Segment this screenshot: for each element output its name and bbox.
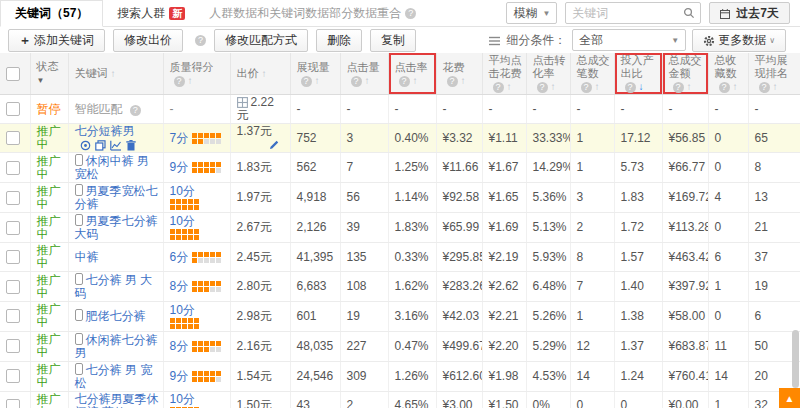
metric-cell: 48,035 [290,331,340,361]
select-all-checkbox[interactable] [6,67,20,81]
info-icon[interactable]: ? [673,82,684,93]
column-header-12[interactable]: 总成交金额 ? ↑ [662,53,708,95]
info-icon[interactable]: ? [174,76,185,87]
sort-up-icon[interactable]: ↑ [773,81,778,92]
table-row[interactable]: 推广中七分裤男夏季休闲裤 薄款10分1.50元4324.65%¥3.00¥1.5… [0,391,800,408]
keyword-link[interactable]: 男夏季宽松七分裤 [75,184,158,211]
info-icon[interactable]: ? [130,105,141,116]
sort-up-icon[interactable]: ↑ [461,75,466,86]
column-header-9[interactable]: 点击转化率 ? ↑ [526,53,570,95]
column-header-11[interactable]: 投入产出比 ? ↓ [614,53,662,95]
row-checkbox[interactable] [6,369,20,383]
sort-up-icon[interactable]: ↑ [262,68,267,79]
keyword-link[interactable]: 肥佬七分裤 [86,309,146,323]
add-keyword-button[interactable]: ＋添加关键词 [8,29,105,52]
sort-up-icon[interactable]: ↑ [111,68,116,79]
keyword-link[interactable]: 休闲中裤 男宽松 [75,154,149,181]
table-row[interactable]: 推广中男夏季七分裤 大码10分2.67元2,126391.83%¥65.99¥1… [0,213,800,243]
row-checkbox[interactable] [6,102,20,116]
table-row[interactable]: 暂停智能匹配 ?-2.22元----------- [0,95,800,124]
info-icon[interactable]: ? [719,82,730,93]
info-icon[interactable]: ? [399,76,410,87]
table-row[interactable]: 推广中肥佬七分裤10分2.98元601193.16%¥42.03¥2.215.2… [0,302,800,331]
copy-icon[interactable] [95,138,106,151]
column-header-0[interactable]: 状态 ▼ [30,53,68,95]
keyword-link[interactable]: 七分短裤男 [75,124,135,138]
sort-up-icon[interactable]: ↑ [365,75,370,86]
row-checkbox[interactable] [6,221,20,235]
table-row[interactable]: 推广中七分短裤男7分1.37元75230.40%¥3.32¥1.1133.33%… [0,124,800,153]
info-icon[interactable]: ? [625,82,636,93]
info-icon[interactable]: ? [759,82,770,93]
column-header-2[interactable]: 质量得分 ? ↑ [163,53,230,95]
sort-up-icon[interactable]: ↑ [595,81,600,92]
keyword-link[interactable]: 七分裤男夏季休闲裤 薄款 [75,392,159,408]
column-header-6[interactable]: 点击率 ? ↑ [388,53,436,95]
sort-up-icon[interactable]: ↑ [551,81,556,92]
table-row[interactable]: 推广中男夏季宽松七分裤10分1.97元4,918561.14%¥92.58¥1.… [0,183,800,213]
keyword-link[interactable]: 中裤 [75,250,99,264]
column-header-13[interactable]: 总收藏数 ? ↑ [708,53,748,95]
sort-up-icon[interactable]: ↑ [315,75,320,86]
row-checkbox[interactable] [6,339,20,353]
report-chart-icon[interactable] [110,138,122,151]
info-icon[interactable]: ? [537,82,548,93]
trash-icon[interactable] [126,138,136,151]
column-header-5[interactable]: 点击量 ? ↑ [340,53,388,95]
row-checkbox[interactable] [6,131,20,145]
sort-up-icon[interactable]: ↑ [733,81,738,92]
table-row[interactable]: 推广中中裤6分2.45元41,3951350.33%¥295.85¥2.195.… [0,243,800,272]
row-checkbox[interactable] [6,309,20,323]
delete-button[interactable]: 删除 [316,29,362,52]
keyword-link[interactable]: 休闲裤七分裤男 [75,333,158,360]
info-icon: ? [195,35,206,46]
target-bid-icon[interactable] [80,138,91,151]
sort-up-icon[interactable]: ↑ [188,75,193,86]
match-mode-dropdown[interactable]: 模糊 ▼ [506,2,557,24]
sort-up-icon[interactable]: ↑ [413,75,418,86]
back-to-top-button[interactable]: ▲ [779,388,800,408]
tab-audience[interactable]: 搜索人群 新 [103,0,199,26]
filter-caret-icon[interactable]: ▼ [37,76,45,85]
info-icon[interactable]: ? [581,82,592,93]
keyword-link[interactable]: 七分裤 男 宽松 [75,363,153,390]
sort-down-icon[interactable]: ↓ [639,81,644,92]
column-header-3[interactable]: 出价 ↑ [230,53,290,95]
date-range-button[interactable]: 过去7天 [709,2,790,24]
row-checkbox[interactable] [6,161,20,175]
keyword-link[interactable]: 男夏季七分裤 大码 [75,214,158,241]
filter-select[interactable]: 全部 ▼ [572,29,686,51]
edit-bid-pencil-icon[interactable] [268,138,280,151]
keyword-link[interactable]: 七分裤 男 大码 [75,273,153,300]
table-row[interactable]: 推广中休闲裤七分裤男8分2.16元48,0352270.47%¥499.67¥2… [0,331,800,361]
column-header-10[interactable]: 总成交笔数 ? ↑ [570,53,614,95]
edit-match-button[interactable]: 修改匹配方式 [214,29,308,52]
search-icon[interactable] [678,3,700,23]
metric-value: 309 [347,369,367,383]
vertical-scrollbar-thumb[interactable] [792,330,799,388]
column-header-7[interactable]: 花费 ? ↑ [436,53,482,95]
tab-keywords[interactable]: 关键词（57） [0,0,103,27]
more-data-button[interactable]: 更多数据 ∨ [692,29,786,52]
row-checkbox[interactable] [6,399,20,408]
row-checkbox[interactable] [6,191,20,205]
row-checkbox[interactable] [6,250,20,264]
info-icon[interactable]: ? [351,76,362,87]
info-icon[interactable]: ? [493,82,504,93]
column-header-8[interactable]: 平均点击花费 ? ↑ [482,53,526,95]
row-checkbox[interactable] [6,280,20,294]
search-input[interactable] [566,5,678,21]
table-row[interactable]: 推广中七分裤 男 宽松9分1.54元24,5463091.26%¥612.60¥… [0,361,800,391]
table-row[interactable]: 推广中休闲中裤 男宽松9分1.83元56271.25%¥11.66¥1.6714… [0,153,800,183]
metric-cell: 108 [340,272,388,302]
column-header-4[interactable]: 展现量 ? ↑ [290,53,340,95]
table-row[interactable]: 推广中七分裤 男 大码8分2.80元6,6831081.62%¥283.26¥2… [0,272,800,302]
sort-up-icon[interactable]: ↑ [507,81,512,92]
sort-up-icon[interactable]: ↑ [687,81,692,92]
info-icon[interactable]: ? [301,76,312,87]
copy-button[interactable]: 复制 [370,29,416,52]
edit-bid-button[interactable]: 修改出价 [113,29,183,52]
info-icon[interactable]: ? [447,76,458,87]
column-header-1[interactable]: 关键词 ↑ [68,53,163,95]
column-header-14[interactable]: 平均展现排名 ? ↑ [748,53,800,95]
